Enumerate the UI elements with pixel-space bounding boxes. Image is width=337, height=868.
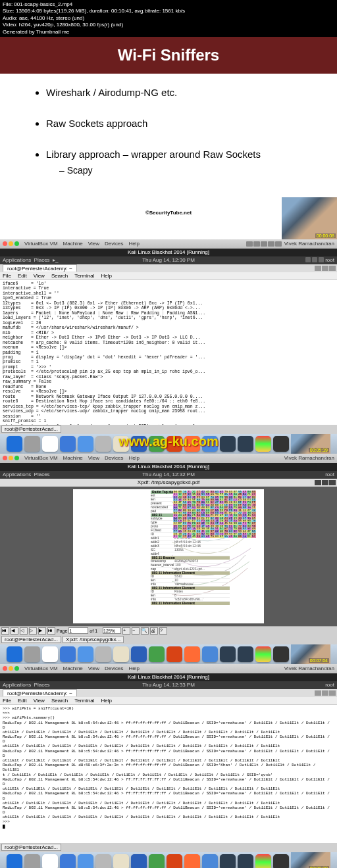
maximize-icon[interactable] [14, 241, 19, 246]
menu-search[interactable]: Search [51, 273, 68, 279]
word-icon[interactable] [131, 436, 147, 452]
word-icon[interactable] [131, 646, 147, 662]
menubar-status-icons[interactable] [246, 241, 282, 247]
gnome-taskbar[interactable]: root@PentesterAcad... Xpdf: /tmp/scapygd… [0, 635, 337, 644]
close-icon[interactable] [329, 690, 336, 696]
finder-icon[interactable] [7, 854, 22, 868]
status-icon[interactable] [253, 241, 260, 247]
gnome-panel[interactable]: Applications Places Thu Aug 14, 12:32 PM… [0, 471, 337, 479]
virtualbox-icon[interactable] [220, 646, 236, 662]
virtualbox-icon[interactable] [220, 436, 236, 452]
firefox-icon[interactable] [184, 436, 200, 452]
menu-file[interactable]: File [3, 273, 11, 279]
first-page-icon[interactable]: ⏮ [1, 627, 9, 635]
max-icon[interactable] [322, 480, 328, 485]
virtualbox-menubar[interactable]: VirtualBox VM Machine View Devices Help … [0, 664, 337, 673]
menu-help[interactable]: Help [101, 273, 111, 279]
max-icon[interactable] [322, 266, 328, 271]
gnome-applications[interactable]: Applications [3, 682, 31, 688]
user-name[interactable]: Vivek Ramachandran [284, 455, 334, 461]
menu-machine[interactable]: Machine [63, 241, 83, 247]
virtualbox-icon[interactable] [238, 436, 253, 452]
safari-icon[interactable] [42, 646, 58, 662]
taskbar-terminal[interactable]: root@PentesterAcad... [1, 636, 61, 643]
xpdf-viewport[interactable]: Radio Tap dummyextlen26presentTSFT+Flags… [0, 487, 337, 626]
macos-dock[interactable]: 00:07:04 [0, 644, 337, 664]
virtualbox-icon[interactable] [220, 854, 236, 868]
menu-terminal[interactable]: Terminal [74, 273, 94, 279]
maximize-icon[interactable] [14, 456, 19, 460]
prev-page-icon[interactable]: ◀ [11, 627, 18, 635]
terminal-output[interactable]: iface6 = 'lo' interactive = True interac… [0, 280, 337, 425]
status-icon[interactable] [268, 241, 274, 247]
gnome-applications[interactable]: Applications [3, 257, 31, 263]
app-icon[interactable] [113, 436, 129, 452]
menu-machine[interactable]: Machine [63, 455, 83, 461]
clock[interactable]: Thu Aug 14, 12:33 PM [142, 682, 195, 688]
gnome-user[interactable]: root [325, 471, 334, 477]
menu-help[interactable]: Help [128, 241, 139, 247]
terminal-icon[interactable] [273, 436, 289, 452]
gnome-places[interactable]: Places [34, 257, 50, 263]
min-icon[interactable] [315, 266, 321, 271]
safari-icon[interactable] [42, 854, 58, 868]
terminal-icon[interactable] [273, 854, 289, 868]
gnome-applications[interactable]: Applications [3, 471, 31, 477]
menu-search[interactable]: Search [51, 698, 68, 704]
close-icon[interactable] [329, 480, 336, 485]
menu-machine[interactable]: Machine [63, 665, 83, 671]
appstore-icon[interactable] [78, 854, 93, 868]
page-input[interactable] [68, 627, 88, 634]
menu-terminal[interactable]: Terminal [74, 698, 94, 704]
menu-view[interactable]: View [88, 455, 99, 461]
settings-icon[interactable] [95, 854, 111, 868]
gnome-panel[interactable]: Applications Places Thu Aug 14, 12:33 PM… [0, 681, 337, 689]
menu-help[interactable]: Help [128, 455, 139, 461]
zoom-out-icon[interactable]: − [132, 627, 140, 635]
info-icon[interactable]: ? [159, 627, 167, 635]
last-page-icon[interactable]: ⏭ [47, 627, 55, 635]
menu-help[interactable]: Help [101, 698, 111, 704]
min-icon[interactable] [315, 690, 321, 696]
maximize-icon[interactable] [14, 666, 19, 671]
menu-view[interactable]: View [88, 241, 99, 247]
user-name[interactable]: Vivek Ramachandran [284, 665, 334, 671]
status-icon[interactable] [246, 241, 253, 247]
app-icon[interactable] [113, 854, 129, 868]
window-controls[interactable] [3, 241, 19, 246]
close-icon[interactable] [3, 456, 7, 460]
gnome-places[interactable]: Places [34, 471, 50, 477]
mail-icon[interactable] [60, 646, 76, 662]
virtualbox-icon[interactable] [238, 854, 253, 868]
powerpoint-icon[interactable] [167, 854, 182, 868]
menu-help[interactable]: Help [128, 665, 139, 671]
zoom-input[interactable] [103, 627, 121, 634]
virtualbox-menubar[interactable]: VirtualBox VM Machine View Devices Help … [0, 239, 337, 249]
macos-dock[interactable]: 00:05:19 [0, 434, 337, 454]
virtualbox-menubar[interactable]: VirtualBox VM Machine View Devices Help … [0, 454, 337, 463]
gnome-user[interactable]: root [325, 682, 334, 688]
mail-icon[interactable] [60, 854, 76, 868]
prev-icon[interactable]: ◁ [20, 627, 28, 635]
chrome-icon[interactable] [255, 436, 271, 452]
app-icon[interactable] [24, 854, 40, 868]
min-icon[interactable] [315, 480, 321, 485]
taskbar-xpdf[interactable]: Xpdf: /tmp/scapygdkx... [63, 636, 124, 643]
gnome-taskbar[interactable]: root@PentesterAcad... [0, 843, 337, 852]
app-icon[interactable] [202, 854, 218, 868]
terminal-icon[interactable]: ▸_ [53, 257, 58, 263]
app-icon[interactable] [113, 646, 129, 662]
app-icon[interactable] [24, 646, 40, 662]
next-page-icon[interactable]: ▶ [38, 627, 46, 635]
clock[interactable]: Thu Aug 14, 12:30 PM [142, 257, 195, 263]
next-icon[interactable]: ▷ [29, 627, 37, 635]
max-icon[interactable] [322, 690, 328, 696]
finder-icon[interactable] [7, 646, 22, 662]
powerpoint-icon[interactable] [167, 646, 182, 662]
taskbar-terminal[interactable]: root@PentesterAcad... [1, 425, 61, 433]
app-icon[interactable] [202, 646, 218, 662]
user-name[interactable]: Vivek Ramachandran [284, 241, 334, 247]
terminal-icon[interactable] [273, 646, 289, 662]
chrome-icon[interactable] [255, 646, 271, 662]
appstore-icon[interactable] [78, 436, 93, 452]
